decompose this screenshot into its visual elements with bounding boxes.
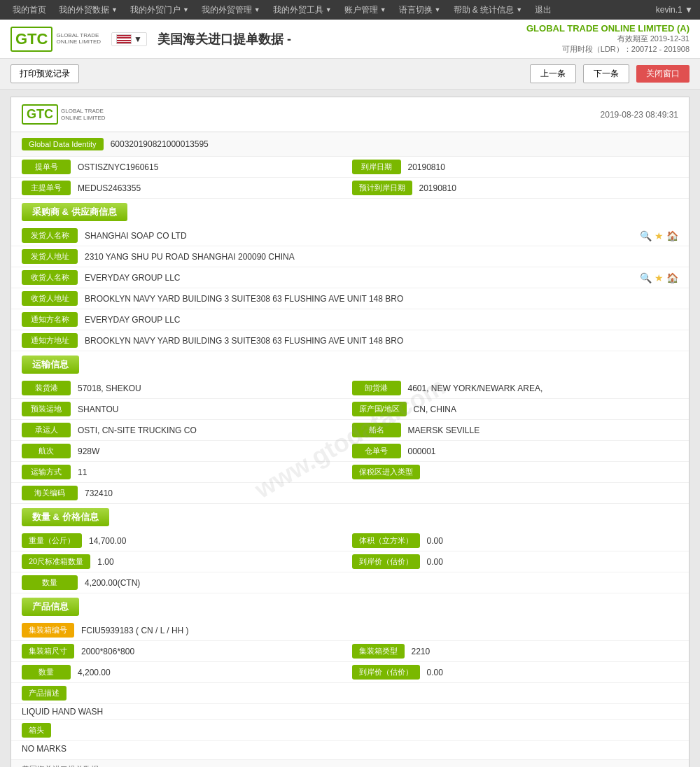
load-port-field: 装货港 57018, SHEKOU <box>22 381 349 395</box>
transport-header: 运输信息 <box>11 351 689 378</box>
us-flag-icon <box>116 34 132 44</box>
voyage-manifest-row: 航次 928W 仓单号 000001 <box>11 441 689 462</box>
consignee-addr-label: 收货人地址 <box>22 291 78 306</box>
shipper-addr-label: 发货人地址 <box>22 249 78 264</box>
dropdown-arrow: ▼ <box>111 6 118 13</box>
ports-row: 装货港 57018, SHEKOU 卸货港 4601, NEW YORK/NEW… <box>11 378 689 399</box>
shipper-addr-row: 发货人地址 2310 YANG SHU PU ROAD SHANGHAI 200… <box>11 246 689 267</box>
pre-dest-field: 预装运地 SHANTOU <box>22 402 349 416</box>
pre-dest-label: 预装运地 <box>22 402 71 416</box>
next-button[interactable]: 下一条 <box>583 64 629 83</box>
notify-addr-label: 通知方地址 <box>22 333 78 348</box>
vessel-label: 船名 <box>352 423 401 437</box>
shipper-name-row: 发货人名称 SHANGHAI SOAP CO LTD 🔍 ★ 🏠 <box>11 225 689 246</box>
top-toolbar: 打印预览记录 上一条 下一条 关闭窗口 <box>0 59 700 90</box>
card-header: GTC GLOBAL TRADEONLINE LIMITED 2019-08-2… <box>11 97 689 132</box>
search-icon[interactable]: 🔍 <box>640 272 652 283</box>
containers-20-label: 20尺标准箱数量 <box>22 554 90 569</box>
bill-arrival-row: 提单号 OSTISZNYC1960615 到岸日期 20190810 <box>11 157 689 178</box>
user-info[interactable]: kevin.1 ▼ <box>656 5 693 15</box>
unload-port-value: 4601, NEW YORK/NEWARK AREA, <box>405 382 679 395</box>
record-card: GTC GLOBAL TRADEONLINE LIMITED 2019-08-2… <box>10 97 690 767</box>
logo: GTC GLOBAL TRADEONLINE LIMITED <box>10 27 101 52</box>
shipper-name-label: 发货人名称 <box>22 228 78 243</box>
dropdown-arrow: ▼ <box>254 6 260 13</box>
master-bill-row: 主提单号 MEDUS2463355 预计到岸日期 20190810 <box>11 178 689 199</box>
shipper-name-value: SHANGHAI SOAP CO LTD <box>81 230 636 242</box>
language-flag[interactable]: ▼ <box>111 32 147 46</box>
container-no-value: FCIU5939183 ( CN / L / HH ) <box>78 624 678 637</box>
star-icon[interactable]: ★ <box>654 230 664 241</box>
page-title-area: 美国海关进口提单数据 - <box>158 31 291 48</box>
notify-name-row: 通知方名称 EVERYDAY GROUP LLC <box>11 309 689 330</box>
product-title: 产品信息 <box>22 598 79 616</box>
unload-port-label: 卸货港 <box>352 381 401 395</box>
product-desc-value-row: LIQUID HAND WASH <box>11 704 689 720</box>
pre-dest-value: SHANTOU <box>74 403 349 416</box>
print-button[interactable]: 打印预览记录 <box>10 64 79 83</box>
card-logo: GTC GLOBAL TRADEONLINE LIMITED <box>22 104 106 125</box>
carrier-field: 承运人 OSTI, CN-SITE TRUCKING CO <box>22 423 349 437</box>
close-button[interactable]: 关闭窗口 <box>636 65 690 83</box>
container-size-value: 2000*806*800 <box>78 645 349 658</box>
customs-code-row: 海关编码 732410 <box>11 483 689 504</box>
weight-volume-row: 重量（公斤） 14,700.00 体积（立方米） 0.00 <box>11 530 689 551</box>
nav-home[interactable]: 我的首页 <box>7 4 52 16</box>
identity-label: Global Data Identity <box>22 138 104 150</box>
bonded-type-value <box>424 471 679 474</box>
dropdown-arrow: ▼ <box>380 6 386 13</box>
nav-logout[interactable]: 退出 <box>529 4 557 16</box>
nav-trade-data[interactable]: 我的外贸数据 ▼ <box>53 4 123 16</box>
product-qty-price-row: 数量 4,200.00 到岸价（估价） 0.00 <box>11 662 689 683</box>
dropdown-arrow: ▼ <box>435 6 441 13</box>
nav-help[interactable]: 帮助 & 统计信息 ▼ <box>448 4 528 16</box>
product-price-label: 到岸价（估价） <box>352 665 420 680</box>
est-arrival-value: 20190810 <box>416 182 679 195</box>
notify-addr-row: 通知方地址 BROOKLYN NAVY YARD BUILDING 3 SUIT… <box>11 330 689 351</box>
customs-code-label: 海关编码 <box>22 486 78 500</box>
product-desc-row: 产品描述 <box>11 683 689 704</box>
quantity-row: 数量 4,200.00(CTN) <box>11 572 689 593</box>
company-name: GLOBAL TRADE ONLINE LIMITED (A) <box>526 23 690 34</box>
bonded-type-label: 保税区进入类型 <box>352 465 420 479</box>
quantity-label: 数量 <box>22 575 78 590</box>
card-timestamp: 2019-08-23 08:49:31 <box>601 110 678 120</box>
containers-price-row: 20尺标准箱数量 1.00 到岸价（估价） 0.00 <box>11 551 689 572</box>
nav-language[interactable]: 语言切换 ▼ <box>393 4 447 16</box>
consignee-name-value: EVERYDAY GROUP LLC <box>81 272 636 284</box>
volume-label: 体积（立方米） <box>352 533 420 548</box>
master-bill-label: 主提单号 <box>22 181 71 195</box>
container-size-label: 集装箱尺寸 <box>22 644 74 659</box>
arrival-date-label: 到岸日期 <box>352 160 401 174</box>
origin-label: 原产国/地区 <box>352 402 407 416</box>
manifest-label: 仓单号 <box>352 444 401 458</box>
carrier-label: 承运人 <box>22 423 71 437</box>
consignee-name-row: 收货人名称 EVERYDAY GROUP LLC 🔍 ★ 🏠 <box>11 267 689 288</box>
nav-management[interactable]: 我的外贸管理 ▼ <box>196 4 266 16</box>
nav-items: 我的首页 我的外贸数据 ▼ 我的外贸门户 ▼ 我的外贸管理 ▼ 我的外贸工具 ▼… <box>7 4 557 16</box>
prev-button[interactable]: 上一条 <box>530 64 576 83</box>
marks-value: NO MARKS <box>22 744 66 754</box>
containers-20-field: 20尺标准箱数量 1.00 <box>22 554 349 569</box>
product-qty-value: 4,200.00 <box>74 666 349 679</box>
dest-origin-row: 预装运地 SHANTOU 原产国/地区 CN, CHINA <box>11 399 689 420</box>
home-icon[interactable]: 🏠 <box>666 272 678 283</box>
landed-price-value: 0.00 <box>424 556 679 568</box>
manifest-value: 000001 <box>405 445 679 458</box>
nav-portal[interactable]: 我的外贸门户 ▼ <box>125 4 195 16</box>
nav-tools[interactable]: 我的外贸工具 ▼ <box>267 4 337 16</box>
origin-field: 原产国/地区 CN, CHINA <box>352 402 679 416</box>
main-content: GTC GLOBAL TRADEONLINE LIMITED 2019-08-2… <box>0 90 700 767</box>
load-port-label: 装货港 <box>22 381 71 395</box>
nav-account[interactable]: 账户管理 ▼ <box>339 4 392 16</box>
vessel-field: 船名 MAERSK SEVILLE <box>352 423 679 437</box>
home-icon[interactable]: 🏠 <box>666 230 678 241</box>
consignee-icons: 🔍 ★ 🏠 <box>640 272 678 283</box>
voyage-field: 航次 928W <box>22 444 349 458</box>
product-desc-value: LIQUID HAND WASH <box>22 707 103 717</box>
star-icon[interactable]: ★ <box>654 272 664 283</box>
time-range: 可用时段（LDR）：200712 - 201908 <box>526 44 690 55</box>
search-icon[interactable]: 🔍 <box>640 230 652 241</box>
page-title: 美国海关进口提单数据 - <box>158 32 291 46</box>
container-type-value: 2210 <box>408 645 679 658</box>
